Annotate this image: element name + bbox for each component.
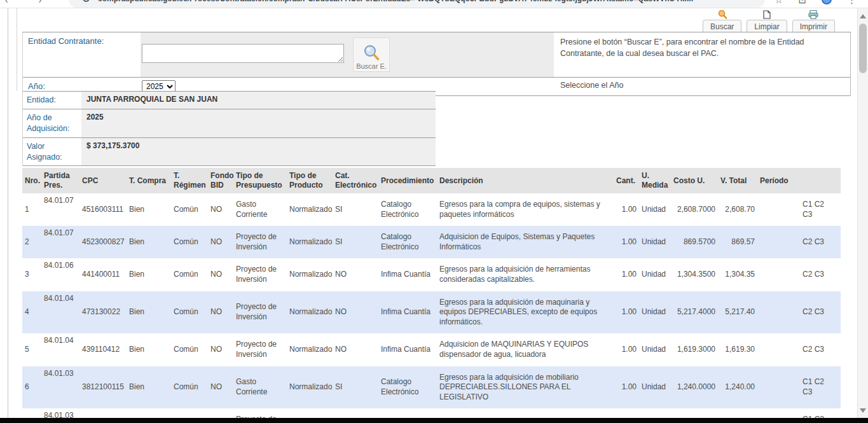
cell-fondo_bid: NO xyxy=(208,226,233,258)
entity-info-row: Valor Asignado:$ 373,175.3700 xyxy=(23,137,436,167)
toolbar: Buscar Limpiar Imprimir xyxy=(703,10,835,34)
bookmark-star-icon[interactable]: ☆ xyxy=(775,0,783,6)
column-header-u_medida: U. Medida xyxy=(639,168,671,193)
table-row: 284.01.074523000827BienComúnNOProyecto d… xyxy=(22,226,841,258)
printer-icon xyxy=(808,10,818,19)
frame-border-outer xyxy=(8,8,8,418)
scroll-up-arrow-icon[interactable] xyxy=(860,14,866,18)
entity-info-label: Valor Asignado: xyxy=(23,138,81,166)
cell-partida: 84.01.04 xyxy=(41,291,79,334)
cell-t_regimen: Común xyxy=(171,226,208,258)
cell-v_total: 1,240.00 xyxy=(718,366,757,409)
side-panel-icon[interactable]: ⊡ xyxy=(798,0,806,6)
cell-partida: 84.01.04 xyxy=(41,333,79,366)
cell-nro: 1 xyxy=(22,193,41,226)
profile-avatar[interactable] xyxy=(822,0,832,4)
cell-cant: 1.00 xyxy=(614,291,639,334)
cell-periodo: C1 C2 C3 xyxy=(757,193,841,226)
cell-costo_u: 1,619.3000 xyxy=(671,333,718,366)
column-header-t_compra: T. Compra xyxy=(127,168,171,193)
cell-cpc: 3812100115 xyxy=(79,366,127,409)
cell-costo_u: 1,304.3500 xyxy=(671,258,718,291)
menu-dots-icon[interactable]: ⋮ xyxy=(847,0,857,6)
cell-descripcion: Adquisicion de MAQUINARIAS Y EQUIPOS dis… xyxy=(437,333,614,366)
cell-periodo: C2 C3 xyxy=(757,226,841,258)
site-info-icon[interactable] xyxy=(83,0,90,2)
address-bar[interactable]: compraspublicas.gob.ec/ProcesoContrataci… xyxy=(69,0,765,8)
cell-nro: 2 xyxy=(22,226,41,258)
column-header-tipo_presupuesto: Tipo de Presupuesto xyxy=(233,168,287,193)
cell-cat_electronico: NO xyxy=(333,291,378,334)
cell-t_regimen: Común xyxy=(171,333,208,366)
table-row: 584.01.04439110412BienComúnNOProyecto de… xyxy=(22,333,841,366)
cell-v_total: 1,304.35 xyxy=(718,258,757,291)
cell-cant: 1.00 xyxy=(614,258,639,291)
column-header-costo_u: Costo U. xyxy=(671,168,718,193)
entity-help-text: Presione el botón “Buscar E”, para encon… xyxy=(554,32,850,77)
table-row: 384.01.06441400011BienComúnNOProyecto de… xyxy=(22,258,841,291)
cell-costo_u: 5,217.4000 xyxy=(671,291,718,334)
cell-cat_electronico: SI xyxy=(333,366,378,409)
cell-tipo_producto: Normalizado xyxy=(287,258,333,291)
entity-info-value: JUNTA PARROQUIAL DE SAN JUAN xyxy=(81,92,436,109)
buscar-e-label: Buscar E. xyxy=(356,62,387,70)
cell-procedimiento: Infima Cuantía xyxy=(378,333,437,366)
cell-fondo_bid: NO xyxy=(208,258,233,291)
cell-cant: 1.00 xyxy=(614,333,639,366)
pac-table: Nro.Partida Pres.CPCT. CompraT. RégimenF… xyxy=(22,168,841,423)
scroll-down-arrow-icon[interactable] xyxy=(860,408,866,413)
cell-cpc: 473130022 xyxy=(79,291,127,334)
entity-field-area: Buscar E. xyxy=(141,32,554,77)
cell-tipo_presupuesto: Proyecto de Inversión xyxy=(233,291,287,334)
entity-row: Entidad Contratante: Buscar E. Presione … xyxy=(23,32,850,78)
entity-info-label: Entidad: xyxy=(23,92,81,109)
cell-cat_electronico: SI xyxy=(333,193,378,226)
cell-tipo_presupuesto: Proyecto de Inversión xyxy=(233,258,287,291)
clear-page-icon xyxy=(763,10,771,19)
cell-procedimiento: Catalogo Electrónico xyxy=(378,366,437,409)
column-header-fondo_bid: Fondo BID xyxy=(208,168,233,193)
table-row: 484.01.04473130022BienComúnNOProyecto de… xyxy=(22,291,841,334)
column-header-tipo_producto: Tipo de Producto xyxy=(287,168,333,193)
cell-partida: 84.01.07 xyxy=(41,193,79,226)
entity-info-row: Año de Adquisición:2025 xyxy=(23,109,436,137)
column-header-cpc: CPC xyxy=(79,168,127,193)
cell-descripcion: Adquisicion de Equipos, Sistemas y Paque… xyxy=(437,226,614,258)
column-header-cat_electronico: Cat. Electrónico xyxy=(333,168,378,193)
entity-info-label: Año de Adquisición: xyxy=(23,109,81,137)
cell-t_compra: Bien xyxy=(127,291,171,334)
cell-v_total: 5,217.40 xyxy=(718,291,757,334)
year-help-text: Seleccione el Año xyxy=(554,78,850,95)
column-header-periodo: Período xyxy=(757,168,841,193)
cell-t_regimen: Común xyxy=(171,258,208,291)
entity-input[interactable] xyxy=(142,44,344,63)
scrollbar-thumb[interactable] xyxy=(859,24,867,73)
cell-tipo_producto: Normalizado xyxy=(287,193,333,226)
browser-chrome: ‹ › ⟳ compraspublicas.gob.ec/ProcesoCont… xyxy=(0,0,868,8)
cell-periodo: C1 C2 C3 xyxy=(757,366,841,409)
cell-t_compra: Bien xyxy=(127,366,171,409)
cell-cat_electronico: NO xyxy=(333,333,378,366)
cell-v_total: 2,608.70 xyxy=(718,193,757,226)
cell-t_regimen: Común xyxy=(171,291,208,334)
cell-descripcion: Egresos para la adquisición de mobiliari… xyxy=(437,366,614,409)
cell-cpc: 4516003111 xyxy=(79,193,127,226)
url-text[interactable]: compraspublicas.gob.ec/ProcesoContrataci… xyxy=(98,0,693,3)
cell-partida: 84.01.07 xyxy=(41,226,79,258)
imprimir-group: Imprimir xyxy=(792,10,835,34)
cell-partida: 84.01.03 xyxy=(41,366,79,409)
cell-cpc: 439110412 xyxy=(79,333,127,366)
column-header-nro: Nro. xyxy=(22,168,41,193)
cell-tipo_presupuesto: Gasto Corriente xyxy=(233,193,287,226)
cell-procedimiento: Infima Cuantía xyxy=(378,258,437,291)
cell-descripcion: Egresos para la adquisición de maquinari… xyxy=(437,291,614,334)
column-header-cant: Cant. xyxy=(614,168,639,193)
cell-t_regimen: Común xyxy=(171,366,208,409)
cell-procedimiento: Catalogo Electrónico xyxy=(378,193,437,226)
vertical-scrollbar[interactable] xyxy=(857,8,868,423)
buscar-e-button[interactable]: Buscar E. xyxy=(353,38,390,72)
entity-info-value: 2025 xyxy=(81,109,436,137)
buscar-group: Buscar xyxy=(703,10,741,34)
cell-cant: 1.00 xyxy=(614,366,639,409)
cell-fondo_bid: NO xyxy=(208,333,233,366)
